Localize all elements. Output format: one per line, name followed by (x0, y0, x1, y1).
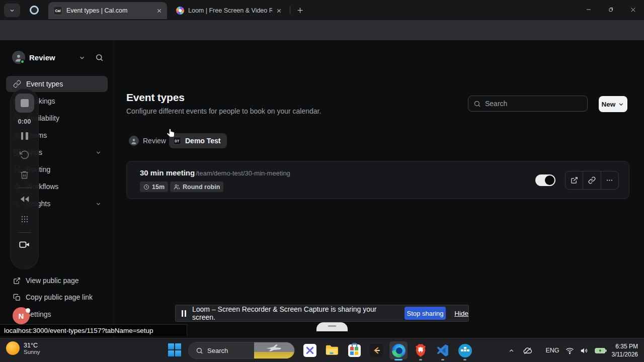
tab-cal[interactable]: Cal Event types | Cal.com (48, 2, 167, 19)
loom-rewind-button[interactable] (20, 194, 30, 204)
duration-badge: 15m (140, 182, 168, 192)
stop-icon (21, 99, 29, 107)
team-filter-label: Review (143, 137, 166, 145)
edge-icon (392, 344, 406, 357)
copy-icon (13, 294, 21, 301)
taskbar-file-explorer[interactable] (323, 341, 341, 359)
team-filter-review[interactable]: Review (129, 133, 166, 148)
taskbar-edge[interactable] (389, 341, 408, 359)
screen-share-bar: Loom – Screen Recorder & Screen Capture … (175, 305, 469, 322)
stop-sharing-button[interactable]: Stop sharing (405, 307, 446, 320)
docker-icon (458, 344, 472, 357)
taskbar-app-devtool[interactable] (301, 341, 319, 359)
pause-icon (182, 310, 186, 317)
vscode-icon (436, 344, 449, 357)
tab-title: Loom | Free Screen & Video Recor (188, 7, 272, 14)
loom-camera-button[interactable] (19, 239, 30, 250)
language-indicator[interactable]: ENG (545, 347, 559, 354)
new-event-button[interactable]: New (599, 96, 627, 112)
event-title[interactable]: 30 min meeting (140, 168, 195, 177)
window-close-button[interactable] (622, 0, 644, 19)
wifi-icon[interactable] (566, 346, 574, 355)
event-slug: /team/demo-test/30-min-meeting (196, 169, 290, 177)
date: 3/11/2026 (612, 350, 638, 358)
team-filter-demo-test[interactable]: DT Demo Test (169, 133, 227, 148)
window-restore-button[interactable] (600, 0, 622, 19)
taskbar-docker[interactable] (456, 341, 474, 359)
tab-loom[interactable]: Loom | Free Screen & Video Recor (171, 2, 287, 19)
preview-event-button[interactable] (566, 171, 583, 189)
cal-page: Review Event types Bookings Availability… (0, 40, 644, 338)
loom-pause-button[interactable] (21, 132, 28, 140)
event-search[interactable] (468, 96, 588, 112)
chevron-down-icon (9, 8, 15, 14)
onedrive-paused-icon[interactable] (523, 346, 532, 355)
loom-delete-button[interactable] (20, 170, 29, 179)
taskbar-search[interactable]: Search (188, 342, 295, 359)
copy-link-button[interactable] (583, 171, 600, 189)
browser-workspace-icon[interactable] (30, 6, 39, 15)
loom-effects-button[interactable] (20, 214, 30, 224)
search-input[interactable] (485, 100, 571, 108)
more-actions-button[interactable] (601, 171, 618, 189)
loom-recorder-widget: 0:00 (10, 88, 39, 269)
time: 6:35 PM (612, 342, 638, 350)
taskbar-vscode[interactable] (434, 341, 452, 359)
chevron-down-icon (95, 201, 102, 207)
link-preview-text: localhost:3000/event-types/1157?tabName=… (4, 327, 153, 334)
link-icon (13, 80, 21, 88)
browser-tab-strip: Cal Event types | Cal.com Loom | Free Sc… (0, 0, 644, 20)
users-icon (174, 184, 180, 190)
team-name[interactable]: Review (29, 53, 55, 62)
window-minimize-button[interactable] (578, 0, 600, 19)
battery-icon[interactable] (595, 347, 607, 354)
external-link-icon (13, 277, 21, 285)
taskbar-brave[interactable] (412, 341, 430, 359)
page-title: Event types (126, 92, 185, 104)
tab-title: Event types | Cal.com (66, 7, 127, 14)
pause-icon (21, 132, 24, 140)
hide-share-bar-link[interactable]: Hide (454, 310, 468, 317)
tab-close-icon[interactable] (152, 8, 162, 14)
widget-divider (18, 188, 31, 188)
loom-dock-handle[interactable] (316, 322, 348, 331)
external-link-icon (571, 176, 578, 184)
airplane-icon (265, 344, 282, 352)
event-type-row[interactable]: 30 min meeting /team/demo-test/30-min-me… (126, 161, 629, 199)
online-status-dot (20, 59, 25, 64)
sidebar-item-label: Event types (26, 80, 63, 88)
tab-close-icon[interactable] (272, 8, 282, 14)
minimize-icon (586, 7, 592, 13)
weather-temp: 31°C (24, 342, 40, 349)
loom-favicon (176, 7, 184, 15)
event-enabled-toggle[interactable] (535, 174, 555, 186)
sidebar-search-icon[interactable] (95, 53, 104, 62)
docker-running-indicator (463, 359, 466, 360)
copy-public-page-link[interactable]: Copy public page link (13, 293, 93, 301)
taskbar-ms-store[interactable] (345, 341, 363, 359)
folder-icon (325, 344, 339, 356)
tray-expand-icon[interactable] (508, 347, 515, 354)
pause-icon (26, 132, 28, 140)
search-icon (473, 100, 481, 108)
review-avatar (129, 136, 139, 146)
status-link-preview: localhost:3000/event-types/1157?tabName=… (0, 324, 187, 336)
taskbar-leetcode[interactable] (367, 341, 385, 359)
close-icon (630, 7, 636, 13)
loom-restart-button[interactable] (20, 150, 30, 160)
tab-actions-button[interactable] (4, 4, 20, 17)
weather-widget[interactable]: 31°C Sunny (6, 341, 40, 355)
team-switch-chevron-icon[interactable] (78, 54, 86, 61)
new-button-label: New (602, 101, 616, 108)
view-public-page-link[interactable]: View public page (13, 277, 79, 285)
leetcode-icon (372, 346, 381, 355)
widget-divider (18, 232, 31, 233)
loom-stop-button[interactable] (15, 94, 34, 113)
speaker-icon[interactable] (580, 346, 589, 355)
clock-icon (143, 184, 149, 190)
taskbar-clock[interactable]: 6:35 PM 3/11/2026 (612, 342, 638, 358)
person-icon (130, 137, 137, 145)
brave-icon (415, 344, 427, 357)
new-tab-button[interactable] (294, 4, 306, 16)
start-button[interactable] (168, 343, 181, 356)
